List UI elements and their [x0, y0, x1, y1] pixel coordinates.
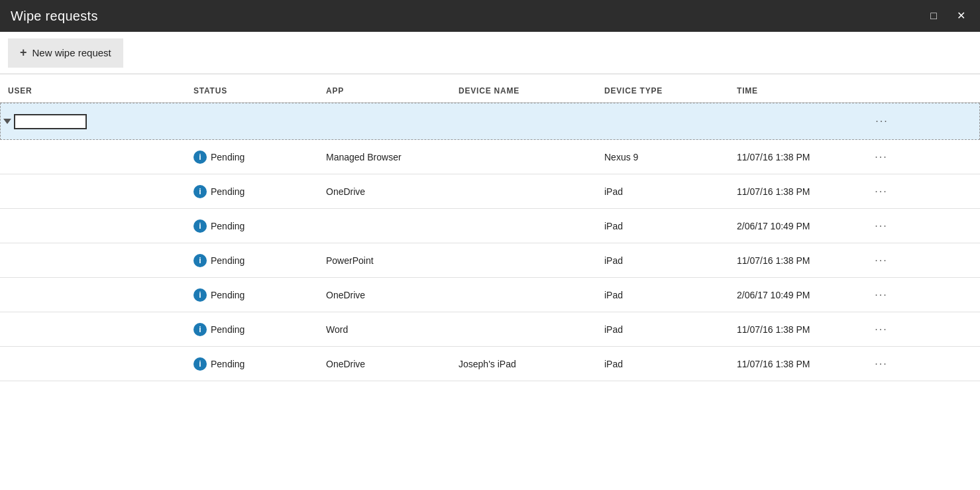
row-more-button[interactable]: ··· — [869, 286, 893, 304]
table-row: i Pending PowerPoint iPad 11/07/16 1:38 … — [0, 243, 980, 278]
cell-device-type: iPad — [596, 255, 729, 266]
table-header: USER STATUS APP DEVICE NAME DEVICE TYPE … — [0, 74, 980, 103]
cell-app: OneDrive — [318, 186, 451, 197]
cell-more: ··· — [861, 321, 901, 338]
info-icon: i — [193, 185, 207, 198]
cell-time: 11/07/16 1:38 PM — [729, 359, 861, 369]
status-text: Pending — [211, 290, 245, 300]
toolbar: + New wipe request — [0, 32, 980, 74]
row-more-button[interactable]: ··· — [869, 355, 893, 373]
cell-device-type: Nexus 9 — [596, 152, 729, 162]
cell-time: 11/07/16 1:38 PM — [729, 152, 861, 162]
info-icon: i — [193, 219, 207, 233]
chevron-down-icon[interactable] — [3, 119, 11, 124]
content-area: USER STATUS APP DEVICE NAME DEVICE TYPE … — [0, 74, 980, 490]
cell-time: 2/06/17 10:49 PM — [729, 221, 861, 231]
row-more-button[interactable]: ··· — [869, 183, 893, 200]
cell-status: i Pending — [186, 185, 318, 198]
status-text: Pending — [211, 221, 245, 231]
info-icon: i — [193, 357, 207, 371]
cell-app: OneDrive — [318, 290, 451, 300]
column-status: STATUS — [186, 86, 318, 95]
table-row: i Pending OneDrive Joseph's iPad iPad 11… — [0, 347, 980, 381]
cell-device-name: Joseph's iPad — [451, 359, 596, 369]
minimize-button[interactable]: □ — [926, 8, 941, 24]
row-more-button[interactable]: ··· — [869, 149, 893, 166]
filter-more-cell: ··· — [862, 113, 902, 130]
row-more-button[interactable]: ··· — [869, 321, 893, 338]
cell-status: i Pending — [186, 323, 318, 336]
cell-time: 11/07/16 1:38 PM — [729, 255, 861, 266]
cell-status: i Pending — [186, 254, 318, 267]
info-icon: i — [193, 254, 207, 267]
cell-app: Managed Browser — [318, 152, 451, 162]
status-text: Pending — [211, 324, 245, 335]
cell-more: ··· — [861, 355, 901, 373]
status-text: Pending — [211, 152, 245, 162]
info-icon: i — [193, 323, 207, 336]
cell-more: ··· — [861, 217, 901, 235]
cell-app: OneDrive — [318, 359, 451, 369]
cell-app: Word — [318, 324, 451, 335]
cell-more: ··· — [861, 183, 901, 200]
cell-device-type: iPad — [596, 290, 729, 300]
cell-device-type: iPad — [596, 186, 729, 197]
cell-device-type: iPad — [596, 359, 729, 369]
status-text: Pending — [211, 186, 245, 197]
column-device-name: DEVICE NAME — [451, 86, 596, 95]
new-request-label: New wipe request — [32, 47, 111, 58]
filter-user-cell — [1, 114, 186, 129]
table-row: i Pending Managed Browser Nexus 9 11/07/… — [0, 140, 980, 174]
cell-more: ··· — [861, 149, 901, 166]
info-icon: i — [193, 151, 207, 164]
plus-icon: + — [20, 46, 27, 60]
cell-status: i Pending — [186, 288, 318, 302]
table-row: i Pending iPad 2/06/17 10:49 PM ··· — [0, 209, 980, 243]
cell-status: i Pending — [186, 219, 318, 233]
cell-time: 11/07/16 1:38 PM — [729, 186, 861, 197]
window-controls: □ ✕ — [926, 8, 969, 24]
cell-status: i Pending — [186, 151, 318, 164]
table-row: i Pending OneDrive iPad 11/07/16 1:38 PM… — [0, 174, 980, 209]
title-bar: Wipe requests □ ✕ — [0, 0, 980, 32]
window-title: Wipe requests — [11, 9, 98, 24]
new-wipe-request-button[interactable]: + New wipe request — [8, 38, 123, 68]
cell-time: 11/07/16 1:38 PM — [729, 324, 861, 335]
row-more-button[interactable]: ··· — [869, 252, 893, 269]
cell-device-type: iPad — [596, 324, 729, 335]
status-text: Pending — [211, 359, 245, 369]
column-time: TIME — [729, 86, 861, 95]
cell-app: PowerPoint — [318, 255, 451, 266]
cell-device-type: iPad — [596, 221, 729, 231]
table-row: i Pending OneDrive iPad 2/06/17 10:49 PM… — [0, 278, 980, 312]
user-filter-input[interactable] — [14, 114, 87, 129]
cell-time: 2/06/17 10:49 PM — [729, 290, 861, 300]
table-row: i Pending Word iPad 11/07/16 1:38 PM ··· — [0, 312, 980, 347]
filter-row: ··· — [0, 103, 980, 140]
wipe-requests-table: USER STATUS APP DEVICE NAME DEVICE TYPE … — [0, 74, 980, 381]
column-actions — [861, 86, 901, 95]
cell-more: ··· — [861, 252, 901, 269]
cell-more: ··· — [861, 286, 901, 304]
cell-status: i Pending — [186, 357, 318, 371]
column-device-type: DEVICE TYPE — [596, 86, 729, 95]
info-icon: i — [193, 288, 207, 302]
close-button[interactable]: ✕ — [953, 8, 969, 24]
row-more-button[interactable]: ··· — [869, 217, 893, 235]
column-app: APP — [318, 86, 451, 95]
column-user: USER — [0, 86, 186, 95]
filter-row-more-button[interactable]: ··· — [870, 113, 893, 130]
status-text: Pending — [211, 255, 245, 266]
